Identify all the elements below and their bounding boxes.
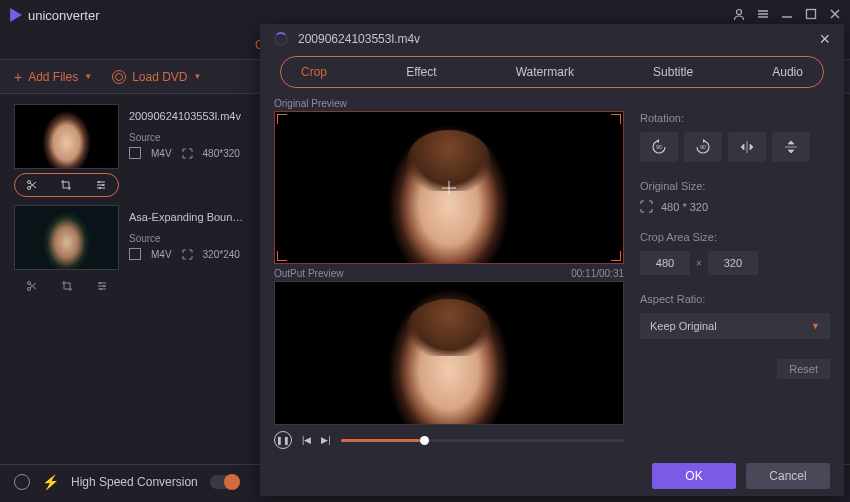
close-icon[interactable] — [828, 7, 842, 24]
prev-frame-button[interactable]: |◀ — [302, 435, 311, 445]
original-preview[interactable] — [274, 111, 624, 264]
ok-button[interactable]: OK — [652, 463, 736, 489]
svg-point-0 — [737, 9, 742, 14]
tab-crop[interactable]: Crop — [301, 65, 327, 79]
crop-handle-bl[interactable] — [277, 251, 287, 261]
modal-header: 20090624103553l.m4v × — [260, 24, 844, 54]
aspect-ratio-select[interactable]: Keep Original ▼ — [640, 313, 830, 339]
aspect-ratio-value: Keep Original — [650, 320, 717, 332]
adjust-icon[interactable] — [95, 179, 107, 191]
file-format: M4V — [151, 249, 172, 260]
file-name: 20090624103553l.m4v — [129, 110, 246, 122]
flip-vertical-button[interactable] — [772, 132, 810, 162]
crop-area-label: Crop Area Size: — [640, 231, 830, 243]
file-card[interactable]: 20090624103553l.m4v Source M4V 480*320 — [14, 104, 246, 197]
edit-toolbar — [14, 173, 119, 197]
plus-icon: + — [14, 69, 22, 85]
crop-handle-tl[interactable] — [277, 114, 287, 124]
chevron-down-icon: ▼ — [84, 72, 92, 81]
brand-text: uniconverter — [28, 8, 100, 23]
rotate-right-button[interactable]: 90 — [684, 132, 722, 162]
chevron-down-icon: ▼ — [811, 321, 820, 331]
format-icon — [129, 248, 141, 260]
expand-icon — [182, 249, 193, 260]
close-icon[interactable]: × — [819, 29, 830, 50]
load-dvd-label: Load DVD — [132, 70, 187, 84]
file-name: Asa-Expanding Boundaries. — [129, 211, 246, 223]
menu-icon[interactable] — [756, 7, 770, 24]
seek-thumb[interactable] — [420, 436, 429, 445]
flip-horizontal-button[interactable] — [728, 132, 766, 162]
playback-controls: ❚❚ |◀ ▶| — [274, 425, 624, 455]
rotation-label: Rotation: — [640, 112, 830, 124]
tab-audio[interactable]: Audio — [772, 65, 803, 79]
crop-icon[interactable] — [61, 280, 73, 292]
video-thumbnail[interactable] — [14, 104, 119, 169]
seek-fill — [341, 439, 420, 442]
rotate-left-button[interactable]: 90 — [640, 132, 678, 162]
format-icon — [129, 147, 141, 159]
crop-icon[interactable] — [60, 179, 72, 191]
brand: uniconverter — [8, 8, 100, 23]
seek-slider[interactable] — [341, 439, 624, 442]
chevron-down-icon: ▼ — [194, 72, 202, 81]
crop-center-handle[interactable] — [442, 181, 456, 195]
svg-text:90: 90 — [656, 144, 662, 150]
expand-icon — [182, 148, 193, 159]
adjust-icon[interactable] — [96, 280, 108, 292]
crop-handle-tr[interactable] — [611, 114, 621, 124]
edit-toolbar — [14, 274, 119, 298]
edit-tabs: Crop Effect Watermark Subtitle Audio — [280, 56, 824, 88]
preview-column: Original Preview OutPut Preview 00:11/00… — [274, 98, 624, 456]
video-thumbnail[interactable] — [14, 205, 119, 270]
svg-point-10 — [103, 285, 105, 287]
timecode: 00:11/00:31 — [571, 268, 624, 279]
tab-effect[interactable]: Effect — [406, 65, 436, 79]
original-size-label: Original Size: — [640, 180, 830, 192]
svg-text:90: 90 — [700, 144, 706, 150]
multiply-symbol: × — [696, 258, 702, 269]
edit-modal: 20090624103553l.m4v × Crop Effect Waterm… — [260, 24, 844, 496]
tab-watermark[interactable]: Watermark — [516, 65, 574, 79]
file-list: 20090624103553l.m4v Source M4V 480*320 — [0, 94, 260, 464]
modal-body: Original Preview OutPut Preview 00:11/00… — [260, 94, 844, 456]
tab-subtitle[interactable]: Subtitle — [653, 65, 693, 79]
load-dvd-button[interactable]: Load DVD ▼ — [112, 70, 201, 84]
scissors-icon[interactable] — [26, 280, 38, 292]
svg-point-4 — [98, 181, 100, 183]
crop-handle-br[interactable] — [611, 251, 621, 261]
file-card[interactable]: Asa-Expanding Boundaries. Source M4V 320… — [14, 205, 246, 298]
file-format: M4V — [151, 148, 172, 159]
scissors-icon[interactable] — [26, 179, 38, 191]
disc-icon — [112, 70, 126, 84]
maximize-icon[interactable] — [804, 7, 818, 24]
svg-point-11 — [100, 288, 102, 290]
add-files-button[interactable]: + Add Files ▼ — [14, 69, 92, 85]
next-frame-button[interactable]: ▶| — [321, 435, 330, 445]
expand-icon — [640, 200, 653, 213]
pause-button[interactable]: ❚❚ — [274, 431, 292, 449]
modal-filename: 20090624103553l.m4v — [298, 32, 819, 46]
modal-footer: OK Cancel — [260, 456, 844, 496]
output-preview — [274, 281, 624, 425]
cancel-button[interactable]: Cancel — [746, 463, 830, 489]
minimize-icon[interactable] — [780, 7, 794, 24]
window-controls — [732, 7, 842, 24]
crop-height-input[interactable] — [708, 251, 758, 275]
source-label: Source — [129, 233, 246, 244]
video-frame-content — [275, 282, 623, 424]
svg-point-5 — [102, 184, 104, 186]
clock-icon[interactable] — [14, 474, 30, 490]
original-size-value: 480 * 320 — [661, 201, 708, 213]
bolt-icon: ⚡ — [42, 474, 59, 490]
svg-point-9 — [99, 282, 101, 284]
source-label: Source — [129, 132, 246, 143]
file-dimensions: 480*320 — [203, 148, 240, 159]
svg-rect-1 — [807, 9, 816, 18]
crop-width-input[interactable] — [640, 251, 690, 275]
original-preview-label: Original Preview — [274, 98, 347, 109]
high-speed-toggle[interactable] — [210, 475, 240, 489]
spinner-icon — [274, 32, 288, 46]
reset-button[interactable]: Reset — [777, 359, 830, 379]
user-icon[interactable] — [732, 7, 746, 24]
